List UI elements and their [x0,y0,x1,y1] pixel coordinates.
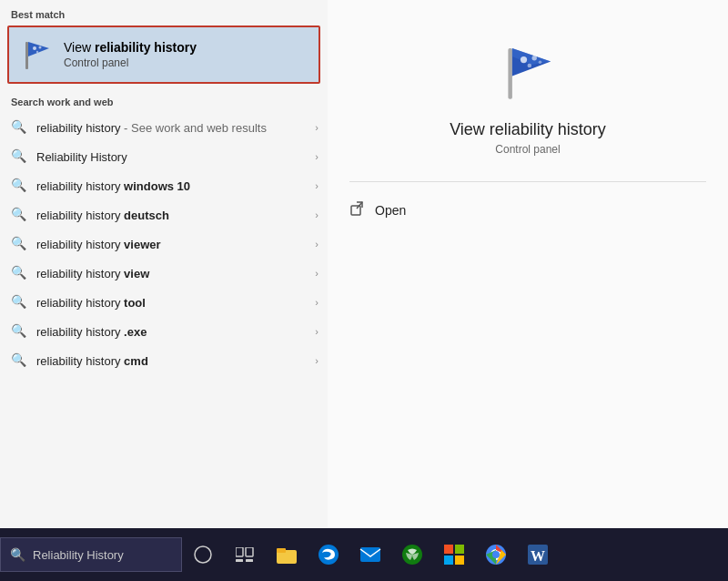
file-explorer-button[interactable] [268,535,306,574]
svg-rect-12 [351,206,360,215]
search-item-web[interactable]: 🔍 reliability history - See work and web… [0,113,328,142]
app-subtitle: Control panel [495,143,560,156]
search-icon: 🔍 [11,323,27,340]
svg-rect-16 [246,547,253,556]
svg-rect-15 [236,547,243,556]
svg-text:W: W [531,548,545,564]
edge-button[interactable] [309,535,348,574]
svg-point-21 [318,545,339,565]
svg-rect-24 [444,545,453,554]
app-title: View reliability history [450,120,606,139]
svg-point-2 [33,46,36,50]
chevron-icon: › [315,297,318,308]
search-item-view[interactable]: 🔍 reliability history view › [0,259,328,288]
chevron-icon: › [315,239,318,250]
svg-rect-25 [455,545,464,554]
task-view-button[interactable] [226,537,264,572]
taskbar-search-text: Reliability History [33,548,124,562]
search-icon: 🔍 [11,294,27,311]
taskbar: 🔍 Reliability History [0,528,728,581]
svg-rect-0 [25,42,28,69]
search-item-tool[interactable]: 🔍 reliability history tool › [0,288,328,317]
svg-point-8 [521,56,527,63]
svg-point-11 [539,61,542,65]
search-icon: 🔍 [11,265,27,281]
search-item-text: reliability history view [36,267,315,280]
left-panel: Best match View reliability history Cont… [0,0,328,528]
svg-rect-17 [236,559,243,562]
xbox-button[interactable] [393,535,431,574]
search-item-text: Reliability History [36,150,315,164]
search-icon: 🔍 [11,207,27,223]
right-panel: View reliability history Control panel O… [328,0,728,528]
chevron-icon: › [315,268,318,279]
taskbar-search[interactable]: 🔍 Reliability History [0,537,182,572]
svg-rect-18 [246,559,253,562]
chrome-button[interactable] [477,535,515,574]
svg-point-9 [532,56,537,60]
cortana-button[interactable] [184,537,222,572]
open-label: Open [375,203,406,218]
taskbar-search-icon: 🔍 [10,547,25,562]
svg-rect-22 [360,547,380,562]
svg-marker-1 [28,42,49,56]
search-icon: 🔍 [11,148,27,165]
search-item-reliability-history[interactable]: 🔍 Reliability History › [0,142,328,171]
svg-rect-26 [444,556,453,565]
search-icon: 🔍 [11,352,27,369]
search-item-windows10[interactable]: 🔍 reliability history windows 10 › [0,171,328,200]
chevron-icon: › [315,180,318,191]
word-button[interactable]: W [519,535,557,574]
chevron-icon: › [315,209,318,220]
chevron-icon: › [315,355,318,366]
best-match-label: Best match [0,0,328,25]
open-icon [349,200,366,220]
svg-rect-5 [508,48,512,99]
search-item-text: reliability history - See work and web r… [36,121,315,135]
svg-rect-27 [455,556,464,565]
best-match-item[interactable]: View reliability history Control panel [7,25,320,84]
search-icon: 🔍 [11,236,27,252]
chevron-icon: › [315,122,318,133]
chevron-icon: › [315,326,318,337]
open-action[interactable]: Open [328,193,728,228]
best-match-text: View reliability history Control panel [64,40,197,69]
search-item-viewer[interactable]: 🔍 reliability history viewer › [0,229,328,259]
search-icon: 🔍 [11,119,27,136]
search-item-deutsch[interactable]: 🔍 reliability history deutsch › [0,200,328,229]
search-item-text: reliability history .exe [36,325,315,339]
search-item-text: reliability history tool [36,296,315,310]
divider [349,181,706,182]
search-item-exe[interactable]: 🔍 reliability history .exe › [0,317,328,346]
search-item-cmd[interactable]: 🔍 reliability history cmd › [0,346,328,375]
svg-point-14 [195,546,211,563]
app-icon-small [18,36,55,73]
search-item-text: reliability history cmd [36,354,315,368]
search-item-text: reliability history viewer [36,238,315,251]
store-button[interactable] [435,535,473,574]
best-match-subtitle: Control panel [64,56,197,69]
svg-point-30 [492,551,500,558]
search-item-text: reliability history deutsch [36,209,315,222]
mail-button[interactable] [351,535,389,574]
svg-rect-20 [277,548,286,553]
app-icon-large [491,36,564,109]
best-match-title: View reliability history [64,40,197,55]
search-icon: 🔍 [11,178,27,194]
search-item-text: reliability history windows 10 [36,179,315,193]
chevron-icon: › [315,151,318,162]
svg-point-4 [36,51,38,53]
svg-point-3 [39,46,42,49]
search-work-web-label: Search work and web [0,87,328,113]
svg-point-10 [528,64,532,68]
